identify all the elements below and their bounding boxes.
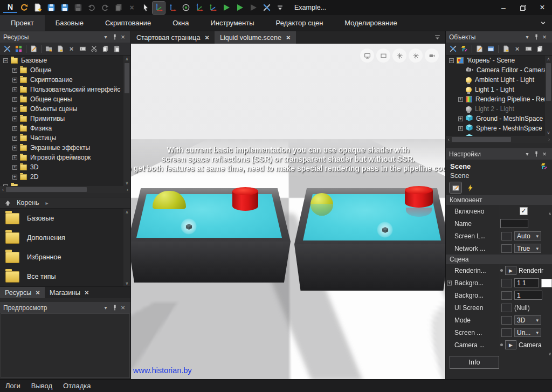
expand-icon[interactable]: + xyxy=(12,165,17,170)
bottom-tab-Магазины[interactable]: Магазины× xyxy=(45,287,94,298)
tab-close-icon[interactable]: × xyxy=(286,33,291,42)
menu-item-Инструменты[interactable]: Инструменты xyxy=(200,15,265,31)
default-value-box[interactable] xyxy=(501,304,512,312)
collapse-icon[interactable]: − xyxy=(449,58,454,63)
tree-item[interactable]: +2D xyxy=(0,172,130,182)
select-tool-button[interactable] xyxy=(139,2,151,14)
tree-item[interactable]: −Базовые xyxy=(0,56,130,65)
scale-tool-button[interactable] xyxy=(193,2,205,14)
expand-icon[interactable]: + xyxy=(458,116,463,121)
delete-button[interactable]: × xyxy=(126,2,138,14)
close-icon[interactable]: × xyxy=(540,150,549,158)
up-arrow-icon[interactable] xyxy=(4,200,11,207)
new-object-button[interactable]: ★ xyxy=(500,44,512,54)
red-cylinder-submerged[interactable] xyxy=(405,186,433,208)
delete-button[interactable]: × xyxy=(66,44,77,54)
panel-dropdown-icon[interactable]: ▾ xyxy=(523,34,532,40)
settings-tools-button[interactable] xyxy=(2,44,13,54)
expand-icon[interactable]: + xyxy=(458,126,463,131)
open-in-window-button[interactable] xyxy=(485,44,496,54)
expand-icon[interactable]: + xyxy=(12,78,17,82)
frame-button[interactable] xyxy=(376,49,390,63)
duplicate-button[interactable] xyxy=(112,2,125,14)
new-folder-button[interactable]: ★ xyxy=(43,44,54,54)
default-value-box[interactable] xyxy=(501,328,512,337)
bottom-tab-Ресурсы[interactable]: Ресурсы× xyxy=(0,287,45,298)
panel-dropdown-icon[interactable]: ▾ xyxy=(523,151,532,157)
tree-item[interactable]: +Общие xyxy=(0,65,130,75)
undo-button[interactable] xyxy=(85,2,98,14)
breadcrumb-root[interactable]: Корень xyxy=(17,199,39,207)
resources-tree-hscrollbar[interactable]: ‹ › xyxy=(0,186,130,193)
transform-options-button[interactable] xyxy=(459,44,470,54)
dropdown[interactable]: Un...▾ xyxy=(514,328,541,337)
brightness-button-2[interactable] xyxy=(409,49,423,63)
tab-close-icon[interactable]: × xyxy=(205,33,209,42)
tree-item[interactable]: +Общее сцены xyxy=(0,94,130,104)
reference-button[interactable]: ▶ xyxy=(505,340,516,349)
folder-list-item[interactable]: Базовые xyxy=(0,209,130,228)
yellow-sphere-submerged[interactable] xyxy=(310,193,333,216)
panel-dropdown-icon[interactable]: ▾ xyxy=(101,305,110,311)
minimize-button[interactable]: – xyxy=(494,0,513,15)
mesh-gizmo-icon[interactable] xyxy=(181,218,197,235)
tree-item[interactable]: Camera Editor - Camera xyxy=(446,65,552,75)
redo-button[interactable] xyxy=(99,2,111,14)
pin-icon[interactable] xyxy=(110,304,119,311)
objects-tree-vscrollbar[interactable]: ∧∨ xyxy=(545,56,552,136)
display-mode-button[interactable] xyxy=(360,49,374,63)
pin-icon[interactable] xyxy=(532,33,540,40)
mesh-gizmo-icon[interactable] xyxy=(377,222,393,238)
paste-button[interactable] xyxy=(111,44,122,54)
tree-item[interactable]: +Пользовательский интерфейс xyxy=(0,85,130,94)
default-value-box[interactable] xyxy=(501,291,512,300)
expand-icon[interactable]: + xyxy=(12,136,17,141)
save-as-button[interactable] xyxy=(58,2,71,14)
objects-tree-hscrollbar[interactable]: ‹ › xyxy=(446,136,552,143)
tree-item[interactable] xyxy=(446,133,552,136)
menu-item-Моделирование[interactable]: Моделирование xyxy=(334,15,408,31)
copy-button[interactable] xyxy=(100,44,111,54)
folder-list-item[interactable]: Избранное xyxy=(0,247,130,267)
refresh-button[interactable] xyxy=(18,2,30,14)
tree-item[interactable]: Light 1 - Light xyxy=(446,85,552,94)
menu-collapse-button[interactable] xyxy=(540,15,547,31)
camera-button[interactable] xyxy=(425,49,439,63)
tree-item[interactable]: +Объекты сцены xyxy=(0,104,130,114)
dropdown[interactable]: True▾ xyxy=(514,244,541,253)
settings-scroll-up[interactable]: ∧ xyxy=(548,211,551,216)
new-resource-button[interactable]: ★ xyxy=(31,2,44,14)
tree-item[interactable]: − xyxy=(0,182,130,186)
expand-icon[interactable]: + xyxy=(12,97,17,102)
tree-item[interactable]: +Экранные эффекты xyxy=(0,143,130,153)
save-button[interactable] xyxy=(45,2,57,14)
expand-icon[interactable]: + xyxy=(12,116,17,121)
folder-list-item[interactable]: Все типы xyxy=(0,267,130,286)
default-value-box[interactable] xyxy=(501,279,512,287)
tab-close-icon[interactable]: × xyxy=(85,288,89,297)
status-tab-Логи[interactable]: Логи xyxy=(0,382,26,390)
tree-item[interactable]: +Частицы xyxy=(0,133,130,143)
folder-list-item[interactable]: Дополнения xyxy=(0,228,130,247)
tree-item[interactable]: +Физика xyxy=(0,123,130,133)
color-swatch[interactable] xyxy=(541,279,552,287)
options-button[interactable] xyxy=(13,44,24,54)
menu-item-Редактор сцен[interactable]: Редактор сцен xyxy=(265,15,334,31)
collapse-icon[interactable]: − xyxy=(3,184,8,187)
tree-item[interactable]: Light 2 - Light xyxy=(446,104,552,114)
expand-icon[interactable]: + xyxy=(12,155,17,160)
rotation-tool-button[interactable] xyxy=(180,2,192,14)
dropdown[interactable]: 3D▾ xyxy=(514,315,541,325)
close-icon[interactable]: × xyxy=(119,304,127,312)
dropdown[interactable]: Auto▾ xyxy=(514,231,541,240)
vector-input[interactable]: 1 1 xyxy=(514,278,539,287)
move-tool-button[interactable] xyxy=(153,2,165,14)
tree-item[interactable]: Ambient Light - Light xyxy=(446,75,552,85)
default-value-box[interactable] xyxy=(501,232,512,240)
status-tab-Отладка[interactable]: Отладка xyxy=(58,382,96,390)
checkbox[interactable]: ✓ xyxy=(520,207,528,215)
copy-object-button[interactable] xyxy=(534,44,546,54)
close-icon[interactable]: × xyxy=(540,33,549,41)
status-tab-Вывод[interactable]: Вывод xyxy=(26,382,58,390)
expand-icon[interactable]: + xyxy=(12,126,17,131)
